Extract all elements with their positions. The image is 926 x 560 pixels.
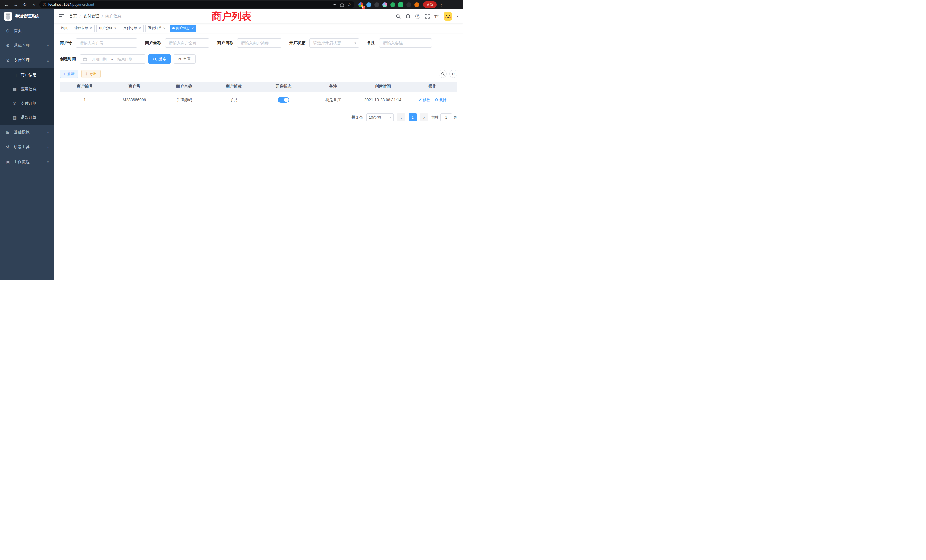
sidebar-item-home[interactable]: ⊙ 首页 bbox=[0, 23, 54, 38]
edit-button[interactable]: 修改 bbox=[418, 97, 430, 102]
date-end-input[interactable] bbox=[114, 57, 135, 61]
goto-suffix: 页 bbox=[454, 115, 457, 120]
tab-label: 流程表单 bbox=[74, 26, 88, 30]
prev-page-button[interactable]: ‹ bbox=[397, 114, 405, 121]
download-icon: ↧ bbox=[85, 72, 88, 76]
tab-merchant-info[interactable]: 商户信息× bbox=[170, 24, 197, 32]
browser-forward-icon[interactable]: → bbox=[12, 1, 20, 8]
sidebar-item-app-info[interactable]: ▦ 应用信息 bbox=[0, 82, 54, 96]
site-info-icon[interactable]: ⓘ bbox=[43, 2, 46, 7]
chevron-down-icon: ∨ bbox=[47, 44, 49, 47]
delete-button[interactable]: 删除 bbox=[435, 97, 447, 102]
tab-process-form[interactable]: 流程表单× bbox=[72, 24, 95, 32]
breadcrumb-section[interactable]: 支付管理 bbox=[83, 14, 99, 19]
add-button[interactable]: + 新增 bbox=[60, 70, 79, 78]
close-icon[interactable]: × bbox=[114, 26, 117, 30]
extension-icon[interactable] bbox=[406, 2, 411, 7]
chevron-down-icon[interactable]: ▾ bbox=[457, 15, 458, 18]
fullscreen-icon[interactable] bbox=[425, 14, 430, 18]
address-bar[interactable]: ⓘ localhost:1024/pay/merchant ☆ bbox=[39, 1, 354, 8]
sidebar-item-pay[interactable]: ¥ 支付管理 ∧ bbox=[0, 53, 54, 68]
cell-short-name: 芋艿 bbox=[209, 92, 259, 108]
help-icon[interactable]: ? bbox=[415, 14, 420, 19]
merchant-table: 商户编号 商户号 商户全称 商户简称 开启状态 备注 创建时间 操作 1 M23… bbox=[60, 82, 457, 108]
browser-menu-icon[interactable]: ⋮ bbox=[439, 2, 444, 7]
bookmark-star-icon[interactable]: ☆ bbox=[347, 2, 351, 7]
password-key-icon[interactable] bbox=[333, 3, 337, 6]
status-toggle[interactable] bbox=[278, 97, 289, 103]
sidebar-item-merchant-info[interactable]: ▤ 商户信息 bbox=[0, 68, 54, 82]
hamburger-icon[interactable] bbox=[59, 14, 64, 18]
goto-page-input[interactable] bbox=[440, 114, 452, 121]
short-name-input[interactable] bbox=[237, 38, 281, 48]
sidebar-item-label: 支付订单 bbox=[21, 101, 36, 106]
share-icon[interactable] bbox=[340, 3, 344, 7]
search-button[interactable]: 搜索 bbox=[148, 54, 171, 64]
url-host: localhost:1024 bbox=[48, 3, 71, 6]
status-select[interactable]: 请选择开启状态 ▾ bbox=[309, 38, 359, 48]
col-header-actions: 操作 bbox=[408, 82, 457, 92]
breadcrumb-separator: / bbox=[102, 14, 103, 18]
show-search-button[interactable] bbox=[439, 70, 447, 78]
extension-icon[interactable] bbox=[414, 2, 419, 7]
sidebar-item-label: 支付管理 bbox=[14, 58, 30, 63]
reset-button-label: 重置 bbox=[183, 56, 191, 62]
browser-home-icon[interactable]: ⌂ bbox=[30, 1, 38, 8]
document-icon: ▥ bbox=[12, 115, 17, 120]
sidebar-item-pay-order[interactable]: ◎ 支付订单 bbox=[0, 96, 54, 110]
sidebar-item-system[interactable]: ⚙ 系统管理 ∨ bbox=[0, 38, 54, 53]
logo[interactable]: 芋道管理系统 bbox=[0, 9, 54, 23]
extension-icon[interactable] bbox=[382, 2, 387, 7]
sidebar-item-devtools[interactable]: ⚒ 研发工具 ∨ bbox=[0, 140, 54, 154]
full-name-input[interactable] bbox=[165, 38, 209, 48]
url-path: /pay/merchant bbox=[71, 3, 94, 6]
date-separator: - bbox=[112, 57, 113, 61]
sidebar-item-infra[interactable]: ⊞ 基础设施 ∨ bbox=[0, 125, 54, 140]
extension-icon[interactable]: 10 bbox=[359, 2, 363, 7]
extension-icon[interactable] bbox=[374, 2, 379, 7]
pagination: 共 1 条 10条/页 ▾ ‹ 1 › 前往 页 bbox=[60, 114, 457, 121]
search-icon[interactable] bbox=[396, 14, 401, 19]
extension-badge: 10 bbox=[362, 6, 365, 9]
export-button[interactable]: ↧ 导出 bbox=[81, 70, 101, 78]
next-page-button[interactable]: › bbox=[420, 114, 428, 121]
browser-back-icon[interactable]: ← bbox=[3, 1, 10, 8]
sidebar: 芋道管理系统 ⊙ 首页 ⚙ 系统管理 ∨ ¥ 支付管理 ∧ ▤ 商户信息 ▦ 应… bbox=[0, 9, 54, 280]
tab-user-group[interactable]: 用户分组× bbox=[96, 24, 119, 32]
merchant-no-input[interactable] bbox=[76, 38, 137, 48]
close-icon[interactable]: × bbox=[89, 26, 92, 30]
close-icon[interactable]: × bbox=[191, 26, 194, 30]
close-icon[interactable]: × bbox=[139, 26, 141, 30]
avatar[interactable] bbox=[443, 12, 452, 21]
page-1-button[interactable]: 1 bbox=[409, 114, 416, 121]
sidebar-item-label: 研发工具 bbox=[14, 145, 30, 150]
reset-button[interactable]: ↻ 重置 bbox=[174, 54, 195, 64]
extension-icon[interactable] bbox=[398, 2, 403, 7]
tab-refund-order[interactable]: 退款订单× bbox=[145, 24, 168, 32]
remark-input[interactable] bbox=[379, 38, 432, 48]
extensions-area: 10 bbox=[359, 2, 419, 7]
github-icon[interactable] bbox=[406, 14, 410, 19]
font-size-icon[interactable]: TT bbox=[434, 14, 439, 19]
sidebar-item-workflow[interactable]: ▣ 工作流程 ∨ bbox=[0, 154, 54, 170]
browser-reload-icon[interactable]: ↻ bbox=[21, 1, 29, 8]
tab-pay-order[interactable]: 支付订单× bbox=[121, 24, 144, 32]
navbar: 首页 / 支付管理 / 商户信息 ? TT bbox=[54, 9, 463, 23]
create-time-label: 创建时间 bbox=[60, 56, 76, 62]
tab-home[interactable]: 首页 bbox=[58, 24, 70, 32]
refresh-button[interactable]: ↻ bbox=[449, 70, 457, 78]
page-size-select[interactable]: 10条/页 ▾ bbox=[366, 114, 394, 121]
browser-update-button[interactable]: 更新 bbox=[423, 2, 437, 8]
tools-icon: ⚒ bbox=[5, 145, 10, 150]
extension-icon[interactable] bbox=[390, 2, 395, 7]
extension-icon[interactable] bbox=[366, 2, 371, 7]
table-header-row: 商户编号 商户号 商户全称 商户简称 开启状态 备注 创建时间 操作 bbox=[60, 82, 457, 92]
cell-remark: 我是备注 bbox=[308, 92, 358, 108]
monitor-icon: ⊞ bbox=[5, 130, 10, 135]
breadcrumb-home[interactable]: 首页 bbox=[69, 14, 77, 19]
date-range-picker[interactable]: - bbox=[80, 54, 145, 64]
close-icon[interactable]: × bbox=[163, 26, 166, 30]
sidebar-item-refund-order[interactable]: ▥ 退款订单 bbox=[0, 110, 54, 125]
date-start-input[interactable] bbox=[89, 57, 110, 61]
chevron-down-icon: ∨ bbox=[47, 146, 49, 149]
